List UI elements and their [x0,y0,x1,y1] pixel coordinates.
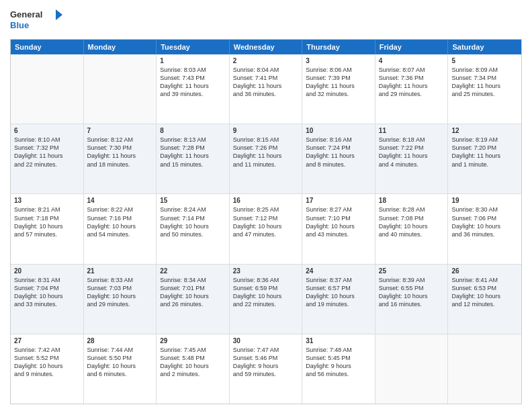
cell-line: Sunset: 7:41 PM [233,74,299,82]
cell-line: and 11 minutes. [233,161,299,169]
day-number: 25 [379,267,445,275]
cell-line: and 4 minutes. [379,161,445,169]
cell-line: Sunset: 7:03 PM [87,284,153,292]
cell-line: Sunset: 7:30 PM [87,144,153,152]
day-number: 3 [306,56,371,65]
calendar-cell-30: 30Sunrise: 7:47 AMSunset: 5:46 PMDayligh… [230,334,303,404]
calendar-cell-17: 17Sunrise: 8:27 AMSunset: 7:10 PMDayligh… [302,194,375,263]
calendar-cell-10: 10Sunrise: 8:16 AMSunset: 7:24 PMDayligh… [302,124,375,193]
cell-line: Daylight: 10 hours [160,292,226,300]
cell-line: and 25 minutes. [451,90,518,98]
day-number: 15 [160,196,226,205]
cell-line: and 40 minutes. [379,230,445,238]
calendar-body: 1Sunrise: 8:03 AMSunset: 7:43 PMDaylight… [11,54,521,404]
cell-line: Sunset: 7:32 PM [14,144,80,152]
cell-line: Daylight: 11 hours [379,152,445,160]
cell-line: and 56 minutes. [306,370,371,378]
calendar-cell-4: 4Sunrise: 8:07 AMSunset: 7:36 PMDaylight… [375,54,449,124]
calendar-cell-7: 7Sunrise: 8:12 AMSunset: 7:30 PMDaylight… [84,124,157,193]
day-number: 19 [451,196,518,205]
cell-line: Sunset: 7:08 PM [379,214,445,222]
cell-line: and 59 minutes. [233,370,299,378]
cell-line: Sunset: 7:26 PM [233,144,299,152]
calendar-cell-2: 2Sunrise: 8:04 AMSunset: 7:41 PMDaylight… [230,54,303,124]
cell-line: Sunrise: 8:10 AM [14,136,80,144]
day-number: 30 [233,336,299,345]
day-number: 14 [87,196,153,205]
day-number: 7 [87,126,153,135]
cell-line: Sunrise: 8:09 AM [451,66,518,74]
logo-graphic: General Blue [10,7,64,34]
cell-line: Sunrise: 8:04 AM [233,66,299,74]
cell-line: and 9 minutes. [14,370,80,378]
day-number: 13 [14,196,80,205]
cell-line: Daylight: 10 hours [451,292,518,300]
calendar-cell-15: 15Sunrise: 8:24 AMSunset: 7:14 PMDayligh… [157,194,230,263]
calendar-cell-empty [11,54,84,124]
cell-line: Sunrise: 7:42 AM [14,346,80,354]
svg-text:Blue: Blue [10,20,29,30]
cell-line: Sunrise: 8:06 AM [306,66,371,74]
cell-line: and 2 minutes. [160,370,226,378]
cell-line: Sunrise: 8:39 AM [379,276,445,284]
cell-line: Sunset: 7:24 PM [306,144,371,152]
cell-line: and 16 minutes. [379,300,445,308]
cell-line: and 57 minutes. [14,230,80,238]
logo: General Blue [10,7,64,34]
calendar-cell-8: 8Sunrise: 8:13 AMSunset: 7:28 PMDaylight… [157,124,230,193]
cell-line: Daylight: 11 hours [379,82,445,90]
weekday-header-wednesday: Wednesday [230,40,303,54]
cell-line: and 50 minutes. [160,230,226,238]
cell-line: Sunset: 5:52 PM [14,354,80,362]
cell-line: Sunrise: 8:31 AM [14,276,80,284]
cell-line: Sunset: 6:57 PM [306,284,371,292]
cell-line: Sunset: 7:12 PM [233,214,299,222]
cell-line: Daylight: 10 hours [160,362,226,370]
cell-line: Sunset: 7:20 PM [451,144,518,152]
cell-line: Sunset: 5:46 PM [233,354,299,362]
cell-line: Sunrise: 7:48 AM [306,346,371,354]
cell-line: Sunset: 7:43 PM [160,74,226,82]
calendar-cell-13: 13Sunrise: 8:21 AMSunset: 7:18 PMDayligh… [11,194,84,263]
cell-line: Daylight: 11 hours [160,152,226,160]
cell-line: Sunrise: 8:16 AM [306,136,371,144]
cell-line: Daylight: 11 hours [233,152,299,160]
cell-line: Sunrise: 8:07 AM [379,66,445,74]
day-number: 10 [306,126,371,135]
calendar-cell-29: 29Sunrise: 7:45 AMSunset: 5:48 PMDayligh… [157,334,230,404]
cell-line: Sunrise: 8:34 AM [160,276,226,284]
cell-line: and 39 minutes. [160,90,226,98]
cell-line: Sunset: 7:10 PM [306,214,371,222]
cell-line: Sunset: 7:22 PM [379,144,445,152]
calendar-row-3: 13Sunrise: 8:21 AMSunset: 7:18 PMDayligh… [11,194,521,264]
calendar-cell-empty [375,334,449,404]
cell-line: Sunset: 5:48 PM [160,354,226,362]
cell-line: and 47 minutes. [233,230,299,238]
cell-line: Sunset: 7:28 PM [160,144,226,152]
cell-line: and 8 minutes. [306,161,371,169]
calendar-cell-23: 23Sunrise: 8:36 AMSunset: 6:59 PMDayligh… [230,265,303,334]
day-number: 17 [306,196,371,205]
calendar: SundayMondayTuesdayWednesdayThursdayFrid… [10,39,522,404]
cell-line: Daylight: 10 hours [87,222,153,230]
calendar-header: SundayMondayTuesdayWednesdayThursdayFrid… [11,40,521,54]
day-number: 6 [14,126,80,135]
cell-line: Daylight: 11 hours [451,82,518,90]
cell-line: and 29 minutes. [87,300,153,308]
calendar-cell-24: 24Sunrise: 8:37 AMSunset: 6:57 PMDayligh… [302,265,375,334]
calendar-cell-16: 16Sunrise: 8:25 AMSunset: 7:12 PMDayligh… [230,194,303,263]
day-number: 9 [233,126,299,135]
svg-text:General: General [10,9,42,19]
cell-line: Sunrise: 7:44 AM [87,346,153,354]
day-number: 18 [379,196,445,205]
cell-line: Sunrise: 8:25 AM [233,205,299,214]
cell-line: and 22 minutes. [14,161,80,169]
weekday-header-sunday: Sunday [11,40,84,54]
calendar-cell-21: 21Sunrise: 8:33 AMSunset: 7:03 PMDayligh… [84,265,157,334]
cell-line: and 12 minutes. [451,300,518,308]
cell-line: and 26 minutes. [160,300,226,308]
cell-line: Daylight: 10 hours [87,292,153,300]
cell-line: and 18 minutes. [87,161,153,169]
cell-line: Sunrise: 8:03 AM [160,66,226,74]
calendar-cell-18: 18Sunrise: 8:28 AMSunset: 7:08 PMDayligh… [375,194,449,263]
